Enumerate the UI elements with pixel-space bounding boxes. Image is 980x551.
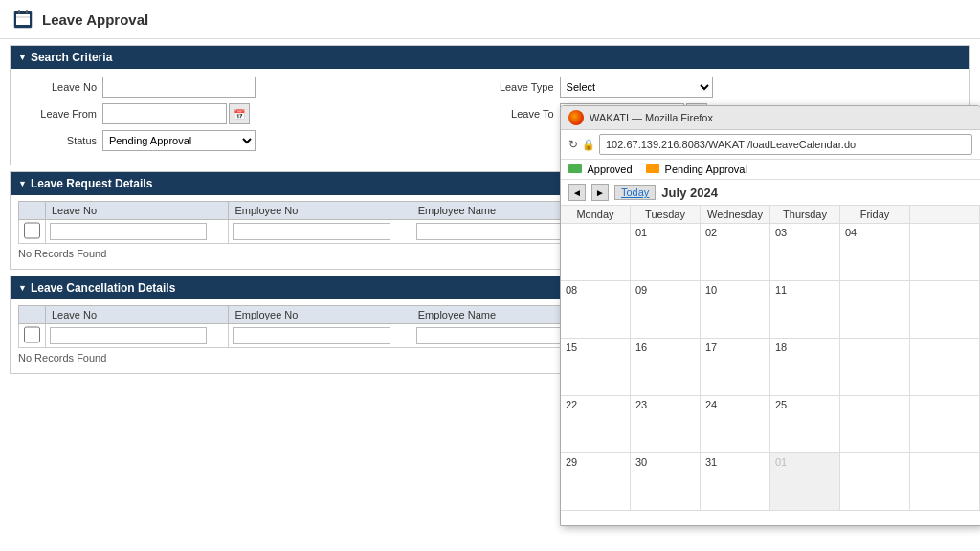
calendar-day-number: 01 xyxy=(635,227,647,238)
calendar-day-number: 30 xyxy=(635,456,647,468)
firefox-popup: WAKATI — Mozilla Firefox ↻ 🔒 Approved Pe… xyxy=(560,105,980,526)
status-select[interactable]: Pending Approval Approved Rejected xyxy=(102,130,256,151)
calendar-day-number: 08 xyxy=(566,284,577,296)
calendar-day-number: 18 xyxy=(775,342,787,353)
employee-no-cell[interactable] xyxy=(233,223,390,240)
calendar-day-number: 29 xyxy=(566,456,577,468)
calendar-cell[interactable]: 24 xyxy=(701,396,770,452)
legend-pending: Pending Approval xyxy=(646,164,747,175)
lock-icon: 🔒 xyxy=(582,139,595,151)
calendar-cell[interactable] xyxy=(840,281,910,338)
leave-type-select[interactable]: Select xyxy=(560,77,713,98)
leave-no-cell2[interactable] xyxy=(50,327,207,344)
calendar-week: 15161718 xyxy=(561,339,980,396)
calendar-day-number: 03 xyxy=(775,227,787,238)
calendar-cell[interactable]: 16 xyxy=(631,339,701,395)
calendar-cell[interactable]: 31 xyxy=(701,453,770,510)
calendar-cell[interactable]: 04 xyxy=(840,224,910,280)
prev-month-btn[interactable]: ◄ xyxy=(568,184,586,201)
leave-no-row: Leave No xyxy=(20,77,256,98)
calendar-cell[interactable] xyxy=(910,281,980,338)
employee-no-col2: Employee No xyxy=(229,306,412,324)
calendar-cell[interactable]: 15 xyxy=(561,339,631,395)
page-header: Leave Approval xyxy=(0,0,980,39)
calendar-cell[interactable]: 01 xyxy=(631,224,701,280)
calendar-day-number: 02 xyxy=(705,227,717,238)
calendar-cell[interactable]: 30 xyxy=(631,453,701,510)
calendar-day-number: 25 xyxy=(775,399,787,410)
calendar-cell[interactable] xyxy=(910,224,980,280)
calendar-cell[interactable] xyxy=(840,396,910,452)
search-criteria-header: Search Criteria xyxy=(11,46,969,69)
leave-no-input[interactable] xyxy=(102,77,256,98)
calendar-cell[interactable]: 18 xyxy=(770,339,840,395)
calendar-cell[interactable]: 23 xyxy=(631,396,701,452)
svg-rect-3 xyxy=(26,10,28,14)
checkbox-col-header xyxy=(19,202,46,220)
legend-approved: Approved xyxy=(568,164,633,175)
calendar-day-number: 11 xyxy=(775,284,787,296)
next-month-btn[interactable]: ► xyxy=(591,184,609,201)
calendar-week: 22232425 xyxy=(561,396,980,453)
calendar-day-number: 17 xyxy=(705,342,717,353)
calendar-day-number: 31 xyxy=(705,456,717,468)
calendar-cell[interactable]: 02 xyxy=(701,224,770,280)
leave-from-input[interactable] xyxy=(102,103,227,124)
refresh-icon[interactable]: ↻ xyxy=(568,138,578,151)
calendar-cell[interactable] xyxy=(910,339,980,395)
calendar-cell[interactable]: 01 xyxy=(770,453,840,510)
search-left: Leave No Leave From 📅 Status Pending App… xyxy=(20,77,256,157)
leave-type-row: Leave Type Select xyxy=(468,77,713,98)
calendar-cell[interactable]: 25 xyxy=(770,396,840,452)
calendar-grid: Monday Tuesday Wednesday Thursday Friday… xyxy=(561,206,980,525)
employee-name-cell2[interactable] xyxy=(416,327,573,344)
page-wrapper: Leave Approval Search Criteria Leave No … xyxy=(0,0,980,551)
calendar-cell[interactable]: 17 xyxy=(701,339,770,395)
calendar-cell[interactable] xyxy=(910,396,980,452)
status-row: Status Pending Approval Approved Rejecte… xyxy=(20,130,256,151)
calendar-day-number: 16 xyxy=(635,342,647,353)
svg-rect-1 xyxy=(16,14,30,25)
employee-name-cell[interactable] xyxy=(416,223,573,240)
calendar-week: 08091011 xyxy=(561,281,980,339)
calendar-day-number: 22 xyxy=(566,399,577,410)
calendar-cell[interactable]: 11 xyxy=(770,281,840,338)
today-btn[interactable]: Today xyxy=(614,185,656,200)
calendar-week: 01020304 xyxy=(561,224,980,281)
leave-no-col: Leave No xyxy=(46,202,229,220)
calendar-legend: Approved Pending Approval xyxy=(561,160,980,180)
row-checkbox[interactable] xyxy=(24,222,40,239)
leave-from-row: Leave From 📅 xyxy=(20,103,256,124)
calendar-cell[interactable]: 22 xyxy=(561,396,631,452)
calendar-cell[interactable] xyxy=(910,453,980,510)
calendar-cell[interactable]: 09 xyxy=(631,281,701,338)
firefox-titlebar: WAKATI — Mozilla Firefox xyxy=(561,106,980,130)
calendar-cell[interactable]: 03 xyxy=(770,224,840,280)
firefox-icon xyxy=(568,110,584,125)
pending-dot xyxy=(646,164,659,173)
calendar-weeks: 0102030408091011151617182223242529303101 xyxy=(561,224,980,511)
calendar: ◄ ► Today July 2024 Monday Tuesday Wedne… xyxy=(561,180,980,525)
address-bar[interactable] xyxy=(599,134,972,155)
leave-from-calendar-btn[interactable]: 📅 xyxy=(229,103,250,124)
calendar-cell[interactable]: 29 xyxy=(561,453,631,510)
leave-no-cell[interactable] xyxy=(50,223,207,240)
page-title: Leave Approval xyxy=(42,11,148,28)
calendar-cell[interactable]: 08 xyxy=(561,281,631,338)
calendar-nav: ◄ ► Today July 2024 xyxy=(561,180,980,206)
firefox-title: WAKATI — Mozilla Firefox xyxy=(590,112,713,123)
row-checkbox2[interactable] xyxy=(24,326,40,343)
calendar-cell[interactable] xyxy=(840,339,910,395)
col-wednesday: Wednesday xyxy=(701,206,770,223)
calendar-day-number: 01 xyxy=(775,456,787,468)
calendar-day-number: 04 xyxy=(845,227,857,238)
col-extra xyxy=(910,206,980,223)
calendar-cell[interactable] xyxy=(561,224,631,280)
calendar-cell[interactable] xyxy=(840,453,910,510)
employee-no-cell2[interactable] xyxy=(233,327,390,344)
calendar-day-number: 15 xyxy=(566,342,577,353)
calendar-cell[interactable]: 10 xyxy=(701,281,770,338)
calendar-day-number: 09 xyxy=(635,284,647,296)
col-monday: Monday xyxy=(561,206,631,223)
checkbox-col-header2 xyxy=(19,306,46,324)
